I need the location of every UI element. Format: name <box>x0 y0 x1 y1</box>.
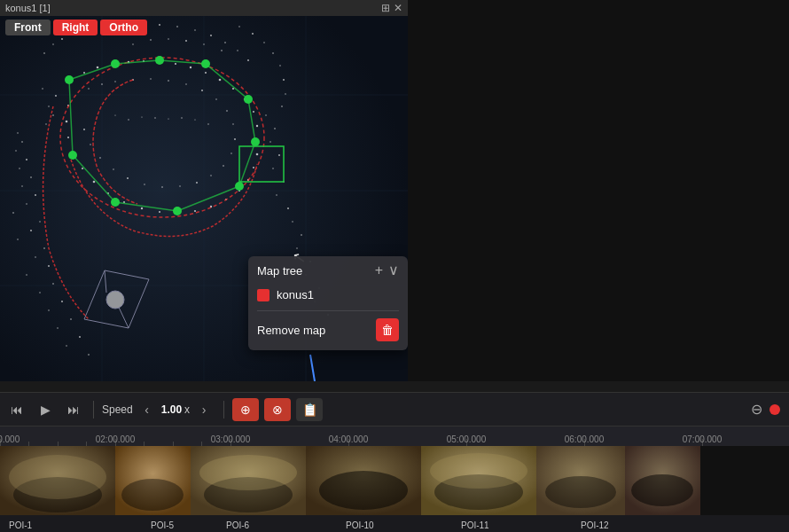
svg-point-125 <box>185 40 187 42</box>
svg-point-16 <box>205 72 207 74</box>
svg-point-113 <box>287 207 289 209</box>
svg-point-11 <box>128 61 129 63</box>
poi-label-5: POI-11 <box>461 520 489 530</box>
svg-point-155 <box>251 137 260 146</box>
svg-point-144 <box>154 117 155 118</box>
svg-point-70 <box>210 175 211 176</box>
svg-point-62 <box>185 83 186 84</box>
svg-point-12 <box>143 60 145 62</box>
svg-point-37 <box>73 153 74 154</box>
svg-point-108 <box>270 141 270 142</box>
svg-point-102 <box>57 327 58 328</box>
svg-point-80 <box>17 132 18 133</box>
svg-point-135 <box>281 106 283 107</box>
svg-point-115 <box>301 234 302 236</box>
poi-label-3: POI-6 <box>226 520 249 530</box>
svg-point-142 <box>128 119 129 120</box>
zoom-out-icon: ⊖ <box>751 402 762 417</box>
svg-point-109 <box>278 154 280 156</box>
svg-point-9 <box>97 66 99 69</box>
svg-point-61 <box>168 80 169 82</box>
thumbnail-item[interactable] <box>115 446 191 515</box>
top-bar-icons: ⊞ ✕ <box>381 2 402 14</box>
svg-point-134 <box>285 93 285 94</box>
grid-icon[interactable]: ⊞ <box>381 2 390 14</box>
svg-point-77 <box>99 157 101 159</box>
svg-point-30 <box>176 212 179 215</box>
thumbnail-item[interactable] <box>0 446 115 515</box>
thumbnail-item[interactable] <box>625 446 700 515</box>
svg-point-126 <box>203 43 204 44</box>
report-button[interactable]: 📋 <box>296 398 323 421</box>
svg-point-104 <box>66 345 66 346</box>
svg-point-192 <box>631 474 693 506</box>
map-tree-collapse-button[interactable]: ∨ <box>388 263 399 278</box>
map-tree-add-button[interactable]: + <box>375 263 383 278</box>
timeline-area[interactable]: 01:00.000 02:00.000 03:00.000 04:00.000 … <box>0 426 789 532</box>
view-buttons: Front Right Ortho <box>0 16 152 39</box>
svg-point-139 <box>55 95 57 97</box>
svg-point-34 <box>107 192 109 194</box>
timecode-4: 04:00.000 <box>329 434 369 444</box>
map-tree-title: Map tree <box>257 264 302 278</box>
svg-point-81 <box>21 141 23 143</box>
thumbnail-item[interactable] <box>306 446 421 515</box>
map-tree-item[interactable]: konus1 <box>257 285 399 305</box>
svg-point-111 <box>283 181 285 183</box>
close-icon[interactable]: ✕ <box>394 2 402 14</box>
svg-point-88 <box>26 203 27 204</box>
svg-point-114 <box>292 221 293 222</box>
window-title: konus1 [1] <box>5 3 51 13</box>
svg-point-154 <box>244 95 253 104</box>
3d-viewport[interactable]: ↖ Front Right Ortho Map tree + ∨ konus1 … <box>0 0 408 381</box>
svg-point-143 <box>141 116 142 117</box>
svg-point-94 <box>35 256 35 257</box>
svg-point-178 <box>9 455 106 499</box>
svg-point-59 <box>132 79 134 81</box>
right-view-button[interactable]: Right <box>53 20 98 35</box>
svg-point-29 <box>194 210 196 212</box>
skip-back-button[interactable]: ⏮ <box>5 398 28 421</box>
timecode-1: 01:00.000 <box>0 434 20 444</box>
thumbnail-item[interactable] <box>536 446 625 515</box>
thumbnail-item[interactable] <box>191 446 306 515</box>
front-view-button[interactable]: Front <box>5 20 51 35</box>
svg-point-86 <box>21 185 22 186</box>
annotation-add-button[interactable]: ⊕ <box>232 398 259 421</box>
fast-forward-button[interactable]: ⏭ <box>62 398 85 421</box>
play-icon: ▶ <box>41 403 51 417</box>
svg-point-21 <box>256 125 258 127</box>
annotation-edit-button[interactable]: ⊗ <box>264 398 291 421</box>
svg-point-54 <box>237 50 238 51</box>
zoom-out-button[interactable]: ⊖ <box>751 401 762 418</box>
svg-point-10 <box>113 63 114 65</box>
svg-point-138 <box>45 123 46 124</box>
svg-point-64 <box>215 98 216 99</box>
svg-point-31 <box>159 211 160 213</box>
svg-point-136 <box>48 106 49 106</box>
thumbnail-item[interactable] <box>421 446 536 515</box>
speed-unit: x <box>184 403 190 416</box>
timecode-6: 06:00.000 <box>565 434 605 444</box>
ortho-view-button[interactable]: Ortho <box>100 20 147 35</box>
svg-point-27 <box>225 199 227 200</box>
remove-map-label[interactable]: Remove map <box>257 324 325 337</box>
svg-point-7 <box>70 79 72 81</box>
svg-point-92 <box>17 239 18 239</box>
svg-point-164 <box>106 291 124 309</box>
svg-point-150 <box>65 75 74 84</box>
remove-map-button[interactable]: 🗑 <box>376 318 399 341</box>
svg-point-35 <box>93 181 96 184</box>
play-button[interactable]: ▶ <box>34 398 57 421</box>
svg-point-148 <box>207 123 208 124</box>
svg-point-79 <box>83 129 85 130</box>
svg-point-129 <box>252 33 254 35</box>
speed-decrease-button[interactable]: ‹ <box>136 398 159 421</box>
svg-point-49 <box>159 24 160 26</box>
svg-point-91 <box>30 230 32 231</box>
svg-point-149 <box>60 58 264 217</box>
speed-increase-button[interactable]: › <box>192 398 215 421</box>
thumbnail-strip[interactable] <box>0 446 789 515</box>
svg-point-100 <box>48 309 49 310</box>
svg-point-73 <box>161 186 163 188</box>
